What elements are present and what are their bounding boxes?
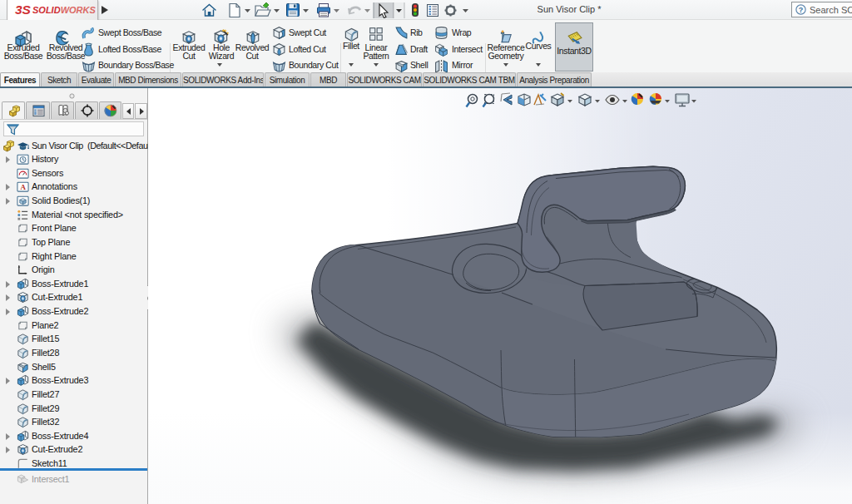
svg-text:SOLIDWORKS: SOLIDWORKS [32,5,96,15]
svg-text:?: ? [799,6,804,14]
svg-text:3S: 3S [15,2,32,17]
svg-text:A: A [20,184,26,192]
